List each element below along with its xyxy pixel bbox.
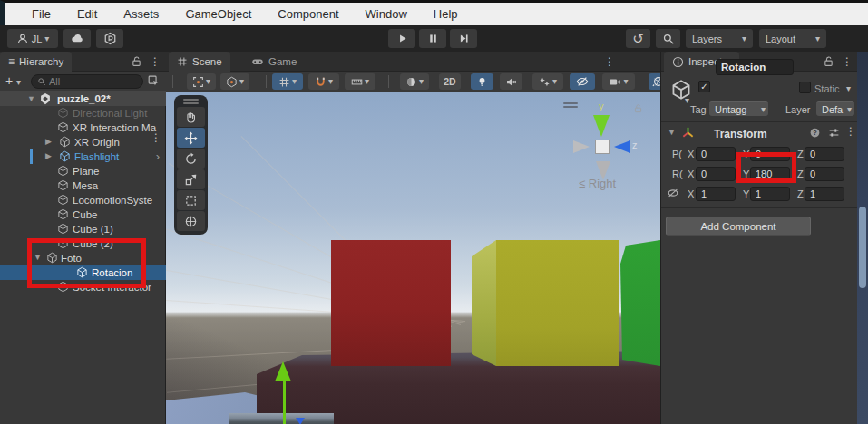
kebab-menu-icon[interactable]: ⋮ <box>845 125 856 138</box>
menu-help[interactable]: Help <box>434 7 458 21</box>
gameobject-name-field[interactable] <box>716 59 794 75</box>
gizmo-lock-icon[interactable] <box>633 103 643 113</box>
expand-closed-icon[interactable]: ▶ <box>45 151 52 160</box>
gizmo-y-label[interactable]: y <box>599 101 604 111</box>
gizmo-drag-handle[interactable] <box>563 106 578 108</box>
plastic-scm-button[interactable] <box>96 29 123 48</box>
transform-tool-button[interactable] <box>177 211 205 231</box>
red-cube-object[interactable] <box>331 240 451 366</box>
hierarchy-item-plane[interactable]: Plane <box>0 164 166 178</box>
hierarchy-item-directional-light[interactable]: Directional Light <box>0 106 166 120</box>
toggle-2d-button[interactable]: 2D <box>439 73 461 90</box>
move-gizmo-y-cone[interactable] <box>275 361 291 381</box>
gizmo-y-cone[interactable] <box>593 115 610 137</box>
scale-z-field[interactable]: 1 <box>805 187 844 201</box>
pause-button[interactable] <box>419 29 446 48</box>
hierarchy-item-cube[interactable]: Cube <box>0 207 166 222</box>
search-input[interactable] <box>49 76 122 87</box>
expand-open-icon[interactable]: ▼ <box>27 94 35 103</box>
yellow-cube-object[interactable] <box>472 240 619 366</box>
move-gizmo-z-cone[interactable] <box>296 418 305 424</box>
overlay-drag-handle[interactable] <box>183 102 199 104</box>
view-orientation-label[interactable]: ≤ Right <box>579 177 616 190</box>
account-button[interactable]: JL ▾ <box>7 29 58 48</box>
rotate-tool-button[interactable] <box>177 149 205 169</box>
layer-dropdown[interactable]: Defa ▾ <box>816 101 854 116</box>
hierarchy-item-cube-1[interactable]: Cube (1) <box>0 222 166 236</box>
dropdown-arrow-icon[interactable]: ▾ <box>16 78 21 87</box>
cloud-button[interactable] <box>63 29 91 48</box>
scene-asset-row[interactable]: ▼ puzzle_02* ⋮ <box>0 91 166 106</box>
scene-camera-button[interactable]: ▾ <box>602 73 635 90</box>
tab-game[interactable]: Game <box>243 52 305 72</box>
scale-y-field[interactable]: 1 <box>750 187 790 201</box>
snap-toggle-button[interactable]: ▾ <box>308 73 339 90</box>
expand-closed-icon[interactable]: ▶ <box>45 137 52 146</box>
lock-icon[interactable] <box>131 55 142 67</box>
add-component-button[interactable]: Add Component <box>666 217 811 236</box>
hierarchy-item-xr-interaction-manager[interactable]: XR Interaction Ma <box>0 120 166 135</box>
menu-window[interactable]: Window <box>366 7 407 21</box>
green-cube-object[interactable] <box>619 240 660 366</box>
presets-icon[interactable] <box>828 127 840 139</box>
grid-visibility-button[interactable]: ▾ <box>272 73 303 90</box>
menu-assets[interactable]: Assets <box>123 7 159 21</box>
play-button[interactable] <box>388 29 415 48</box>
gizmo-center-cube[interactable] <box>595 140 610 154</box>
menu-component[interactable]: Component <box>278 7 338 21</box>
menu-file[interactable]: File <box>32 7 51 21</box>
scene-lighting-button[interactable] <box>471 73 493 90</box>
gizmo-x-cone[interactable] <box>573 140 590 153</box>
undo-history-button[interactable]: ↺ <box>626 29 650 48</box>
rotation-x-field[interactable]: 0 <box>696 167 736 181</box>
tool-settings-button[interactable]: ▾ <box>187 73 216 90</box>
scale-tool-button[interactable] <box>177 169 205 189</box>
dropdown-arrow-icon[interactable]: ▾ <box>846 84 851 93</box>
gizmo-z-label[interactable]: z <box>632 140 638 150</box>
step-button[interactable] <box>450 29 477 48</box>
rotation-z-field[interactable]: 0 <box>805 167 844 181</box>
hierarchy-search-field[interactable] <box>31 74 143 89</box>
static-checkbox[interactable] <box>799 82 811 93</box>
hierarchy-item-flashlight[interactable]: ▶ Flashlight › <box>0 149 166 164</box>
rect-tool-button[interactable] <box>177 190 205 210</box>
position-x-field[interactable]: 0 <box>696 147 736 161</box>
global-search-button[interactable] <box>656 29 680 48</box>
draw-mode-button[interactable]: ▾ <box>400 73 429 90</box>
dropdown-arrow-icon[interactable]: ▾ <box>685 96 689 105</box>
active-checkbox[interactable]: ✓ <box>698 81 710 92</box>
menu-gameobject[interactable]: GameObject <box>185 7 251 21</box>
scene-effects-button[interactable]: ▾ <box>532 73 563 90</box>
kebab-menu-icon[interactable]: ⋮ <box>604 55 615 68</box>
move-tool-button[interactable] <box>177 128 205 148</box>
help-icon[interactable] <box>809 127 821 139</box>
kebab-menu-icon[interactable]: ⋮ <box>150 55 161 68</box>
tag-dropdown[interactable]: Untagg ▾ <box>709 101 768 116</box>
overlay-drag-handle[interactable] <box>183 99 199 101</box>
tool-handle-rotation-button[interactable]: ▾ <box>220 73 249 90</box>
scale-x-field[interactable]: 1 <box>696 187 736 201</box>
grey-slab-object[interactable] <box>229 413 334 424</box>
hidden-objects-button[interactable] <box>570 73 595 90</box>
scale-constrain-icon[interactable] <box>667 187 679 199</box>
scene-viewport[interactable]: y z ≤ Right <box>166 92 660 424</box>
scene-audio-button[interactable] <box>500 73 522 90</box>
kebab-menu-icon[interactable]: ⋮ <box>842 55 853 68</box>
lock-icon[interactable] <box>823 55 834 67</box>
foldout-open-icon[interactable]: ▼ <box>668 128 676 137</box>
menu-edit[interactable]: Edit <box>77 7 97 21</box>
pick-object-icon[interactable] <box>147 74 160 87</box>
tab-hierarchy[interactable]: ≡ Hierarchy <box>0 52 72 72</box>
hierarchy-item-locomotionsystem[interactable]: LocomotionSyste <box>0 193 166 207</box>
layers-dropdown[interactable]: Layers ▾ <box>686 29 753 48</box>
position-z-field[interactable]: 0 <box>805 147 844 161</box>
tab-scene[interactable]: Scene <box>169 52 230 72</box>
window-edge-scrollbar[interactable] <box>857 52 868 424</box>
hand-tool-button[interactable] <box>177 107 205 127</box>
hierarchy-item-xr-origin[interactable]: ▶ XR Origin <box>0 135 166 149</box>
hierarchy-item-mesa[interactable]: Mesa <box>0 178 166 193</box>
create-plus-button[interactable]: + <box>5 73 13 88</box>
snap-increment-button[interactable]: ▾ <box>345 73 375 90</box>
scrollbar-thumb[interactable] <box>859 207 866 288</box>
gizmo-drag-handle[interactable] <box>563 102 578 104</box>
